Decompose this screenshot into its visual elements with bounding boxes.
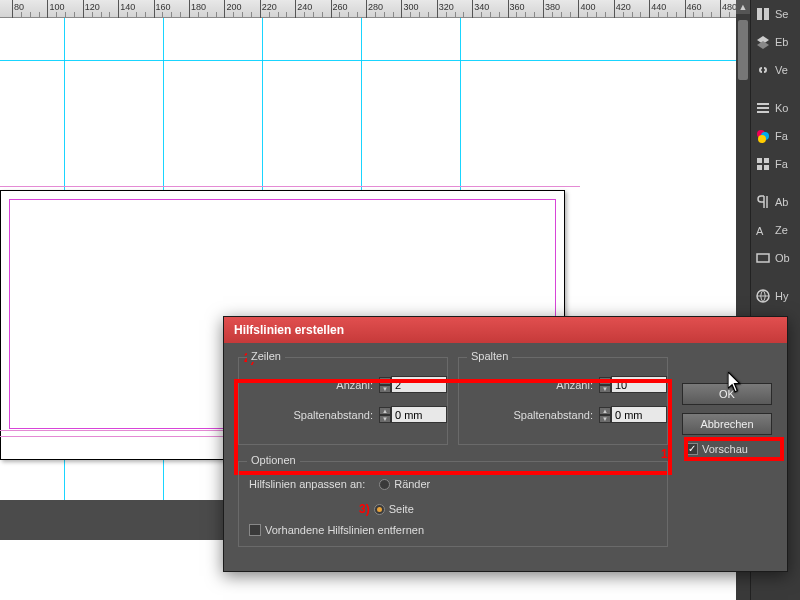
dock-panel-para[interactable]: Ab [751,188,800,216]
spinner-down-icon[interactable]: ▼ [379,415,391,423]
svg-point-7 [758,135,766,143]
ruler-tick [614,0,615,18]
fit-margins-label: Ränder [394,478,430,490]
ruler-tick-label: 80 [14,2,24,12]
ruler-tick-minor [587,12,588,18]
spinner-down-icon[interactable]: ▼ [599,385,611,393]
ruler-tick-minor [570,12,571,18]
columns-legend: Spalten [467,350,512,362]
ruler-tick-minor [561,12,562,18]
remove-guides-label: Vorhandene Hilfslinien entfernen [265,524,424,536]
dock-panel-links[interactable]: Ve [751,56,800,84]
ruler-tick-minor [410,12,411,18]
cols-count-spinner[interactable]: ▲▼ [599,376,667,393]
grid-icon [755,156,771,172]
remove-guides-checkbox[interactable] [249,524,261,536]
spinner-down-icon[interactable]: ▼ [599,415,611,423]
dock-panel-label: Fa [775,130,788,142]
layers-icon [755,34,771,50]
spinner-up-icon[interactable]: ▲ [379,377,391,385]
dock-panel-strokes[interactable]: Ko [751,94,800,122]
rows-gutter-label: Spaltenabstand: [239,409,379,421]
para-icon [755,194,771,210]
cols-count-input[interactable] [611,376,667,393]
dialog-title[interactable]: Hilfslinien erstellen [224,317,787,343]
ruler-tick-minor [304,12,305,18]
ruler-tick-minor [348,12,349,18]
ruler-tick-minor [375,12,376,18]
ruler-tick-minor [632,12,633,18]
ruler-tick-minor [322,12,323,18]
svg-rect-10 [757,165,762,170]
svg-rect-3 [757,107,769,109]
rows-count-label: Anzahl: [239,379,379,391]
cols-gutter-spinner[interactable]: ▲▼ [599,406,667,423]
ruler-tick-label: 140 [120,2,135,12]
ruler-tick [649,0,650,18]
ruler-tick-label: 480 [722,2,737,12]
fit-margins-radio[interactable] [379,479,390,490]
dock-panel-link2[interactable]: Hy [751,282,800,310]
dock-panel-layers[interactable]: Eb [751,28,800,56]
ruler-tick-label: 240 [297,2,312,12]
ruler-tick-minor [446,12,447,18]
spinner-up-icon[interactable]: ▲ [599,377,611,385]
ruler-tick-label: 220 [262,2,277,12]
dock-panel-pages[interactable]: Se [751,0,800,28]
rows-gutter-spinner[interactable]: ▲▼ [379,406,447,423]
ok-button[interactable]: OK [682,383,772,405]
ruler-tick-minor [171,12,172,18]
rows-gutter-input[interactable] [391,406,447,423]
ruler-tick [189,0,190,18]
ruler-tick-label: 420 [616,2,631,12]
svg-text:A: A [756,225,764,237]
fit-page-radio[interactable] [374,504,385,515]
ruler-tick [154,0,155,18]
ruler-tick-label: 380 [545,2,560,12]
columns-group: Spalten Anzahl: ▲▼ Spaltenabstand: ▲▼ [458,357,668,445]
dock-panel-grid[interactable]: Fa [751,150,800,178]
ruler-tick-minor [92,12,93,18]
spinner-down-icon[interactable]: ▼ [379,385,391,393]
ruler-tick [118,0,119,18]
ruler-tick-label: 360 [510,2,525,12]
cols-gutter-input[interactable] [611,406,667,423]
ruler-tick-minor [109,12,110,18]
rows-count-spinner[interactable]: ▲▼ [379,376,447,393]
ruler-tick-minor [39,12,40,18]
ruler-tick-label: 440 [651,2,666,12]
rows-group: Zeilen Anzahl: ▲▼ Spaltenabstand: ▲▼ [238,357,448,445]
ruler-tick-minor [136,12,137,18]
dock-panel-label: Ze [775,224,788,236]
spinner-up-icon[interactable]: ▲ [379,407,391,415]
guide-horizontal[interactable] [0,60,736,61]
spinner-up-icon[interactable]: ▲ [599,407,611,415]
scroll-up-arrow-icon[interactable]: ▲ [736,0,750,14]
dock-panel-swatch[interactable]: Fa [751,122,800,150]
ruler-tick [685,0,686,18]
ruler-tick-minor [65,12,66,18]
ruler-tick-minor [269,12,270,18]
preview-checkbox[interactable] [686,443,698,455]
ruler-tick-minor [702,12,703,18]
ruler-tick-minor [251,12,252,18]
rows-count-input[interactable] [391,376,447,393]
dock-panel-label: Ko [775,102,788,114]
rows-legend: Zeilen [247,350,285,362]
ruler-tick-minor [693,12,694,18]
options-legend: Optionen [247,454,300,466]
annotation-1: 1) [661,447,672,461]
ruler-tick [366,0,367,18]
dock-panel-char[interactable]: AZe [751,216,800,244]
ruler-tick-minor [357,12,358,18]
ruler-tick [295,0,296,18]
ruler-tick-label: 280 [368,2,383,12]
dock-panel-obj[interactable]: Ob [751,244,800,272]
scroll-thumb[interactable] [738,20,748,80]
ruler-tick [12,0,13,18]
ruler-tick-minor [605,12,606,18]
ruler-tick-minor [127,12,128,18]
dock-panel-label: Se [775,8,788,20]
ruler-tick-minor [481,12,482,18]
cancel-button[interactable]: Abbrechen [682,413,772,435]
